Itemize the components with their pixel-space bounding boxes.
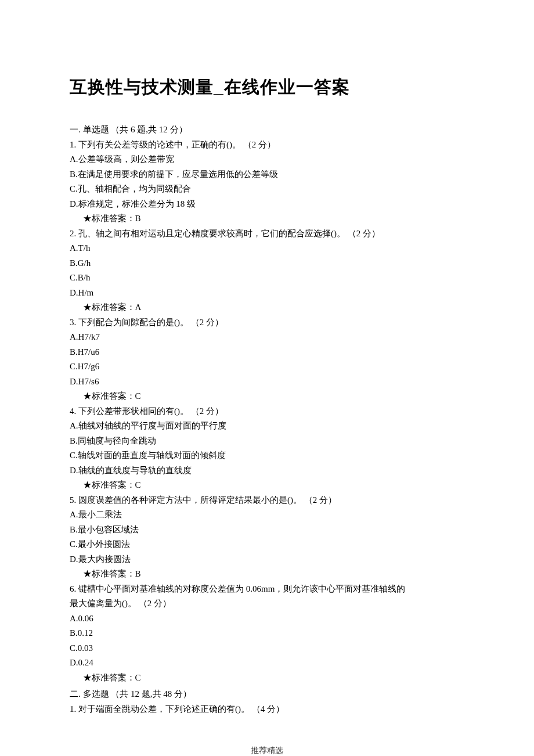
option-line: D.轴线的直线度与导轨的直线度 <box>70 463 464 478</box>
answer-line: ★标准答案：C <box>70 478 464 493</box>
option-line: B.0.12 <box>70 626 464 641</box>
question-line: 6. 键槽中心平面对基准轴线的对称度公差值为 0.06mm，则允许该中心平面对基… <box>70 582 464 597</box>
answer-line: ★标准答案：A <box>70 300 464 315</box>
question-line: 1. 下列有关公差等级的论述中，正确的有()。 （2 分） <box>70 138 464 153</box>
option-line: D.H/m <box>70 286 464 301</box>
question-line: 3. 下列配合为间隙配合的是()。 （2 分） <box>70 315 464 330</box>
option-line: B.在满足使用要求的前提下，应尽量选用低的公差等级 <box>70 167 464 182</box>
option-line: B.H7/u6 <box>70 345 464 360</box>
option-line: A.0.06 <box>70 611 464 627</box>
option-line: D.最大内接圆法 <box>70 552 464 567</box>
option-line: A.T/h <box>70 241 464 256</box>
question-line: 4. 下列公差带形状相同的有()。 （2 分） <box>70 404 464 419</box>
option-line: D.H7/s6 <box>70 375 464 390</box>
option-line: C.孔、轴相配合，均为同级配合 <box>70 182 464 197</box>
option-line: D.0.24 <box>70 656 464 671</box>
answer-line: ★标准答案：C <box>70 389 464 404</box>
option-line: C.H7/g6 <box>70 359 464 375</box>
option-line: A.轴线对轴线的平行度与面对面的平行度 <box>70 419 464 434</box>
option-line: B.G/h <box>70 256 464 271</box>
footer-text: 推荐精选 <box>70 746 464 756</box>
section-heading: 二. 多选题 （共 12 题,共 48 分） <box>70 687 464 702</box>
document-content: 一. 单选题 （共 6 题,共 12 分）1. 下列有关公差等级的论述中，正确的… <box>70 123 464 717</box>
option-line: C.轴线对面的垂直度与轴线对面的倾斜度 <box>70 448 464 463</box>
option-line: C.B/h <box>70 271 464 286</box>
question-line-cont: 最大偏离量为()。 （2 分） <box>70 596 464 611</box>
question-line: 1. 对于端面全跳动公差，下列论述正确的有()。 （4 分） <box>70 702 464 717</box>
section-heading: 一. 单选题 （共 6 题,共 12 分） <box>70 123 464 138</box>
question-line: 2. 孔、轴之间有相对运动且定心精度要求较高时，它们的配合应选择()。 （2 分… <box>70 226 464 242</box>
option-line: C.最小外接圆法 <box>70 537 464 552</box>
question-line: 5. 圆度误差值的各种评定方法中，所得评定结果最小的是()。 （2 分） <box>70 493 464 508</box>
option-line: A.H7/k7 <box>70 330 464 345</box>
option-line: B.同轴度与径向全跳动 <box>70 434 464 449</box>
option-line: A.最小二乘法 <box>70 507 464 523</box>
option-line: A.公差等级高，则公差带宽 <box>70 152 464 167</box>
option-line: C.0.03 <box>70 641 464 656</box>
option-line: B.最小包容区域法 <box>70 523 464 538</box>
document-title: 互换性与技术测量_在线作业一答案 <box>70 75 464 99</box>
option-line: D.标准规定，标准公差分为 18 级 <box>70 197 464 212</box>
answer-line: ★标准答案：C <box>70 671 464 686</box>
answer-line: ★标准答案：B <box>70 567 464 582</box>
answer-line: ★标准答案：B <box>70 211 464 226</box>
